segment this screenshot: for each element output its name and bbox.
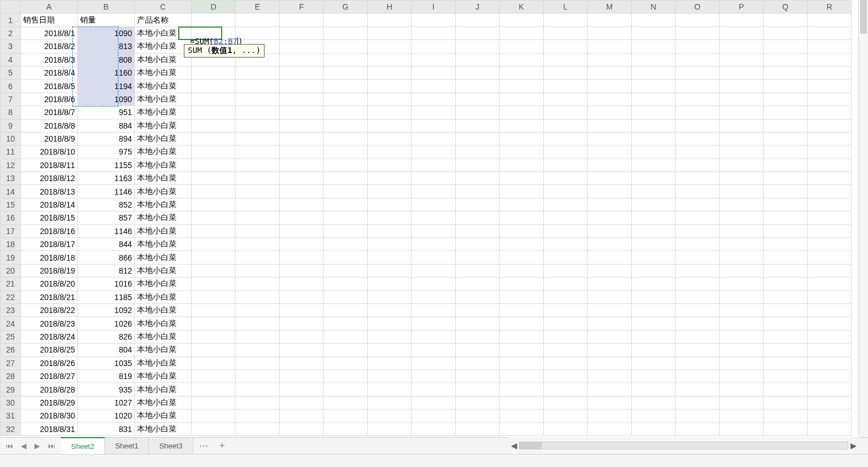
cell-J21[interactable] xyxy=(456,277,500,290)
cell-K4[interactable] xyxy=(500,53,544,66)
cell-Q2[interactable] xyxy=(764,27,808,39)
cell-G5[interactable] xyxy=(324,66,368,79)
cell-R8[interactable] xyxy=(808,106,852,119)
cell-J26[interactable] xyxy=(456,343,500,356)
cell-P7[interactable] xyxy=(720,92,764,105)
cell-A32[interactable]: 2018/8/31 xyxy=(21,422,78,435)
cell-A28[interactable]: 2018/8/27 xyxy=(21,369,78,382)
cell-R30[interactable] xyxy=(808,396,852,409)
cell-M25[interactable] xyxy=(588,330,632,343)
cell-N9[interactable] xyxy=(632,119,676,132)
cell-B15[interactable]: 852 xyxy=(78,198,135,211)
cell-D10[interactable] xyxy=(192,132,236,145)
cell-C22[interactable]: 本地小白菜 xyxy=(135,290,192,303)
column-header-N[interactable]: N xyxy=(632,1,676,14)
cell-J23[interactable] xyxy=(456,303,500,316)
cell-H19[interactable] xyxy=(368,251,412,264)
cell-N5[interactable] xyxy=(632,66,676,79)
cell-P16[interactable] xyxy=(720,212,764,224)
horizontal-scrollbar[interactable]: ◀ ▶ xyxy=(509,437,858,454)
tab-menu-icon[interactable]: ⋯ xyxy=(193,438,214,454)
cell-K10[interactable] xyxy=(500,132,544,145)
cell-I32[interactable] xyxy=(412,422,456,435)
cell-R22[interactable] xyxy=(808,290,852,303)
cell-D24[interactable] xyxy=(192,317,236,330)
cell-A22[interactable]: 2018/8/21 xyxy=(21,290,78,303)
cell-D23[interactable] xyxy=(192,303,236,316)
cell-E26[interactable] xyxy=(236,343,280,356)
cell-A4[interactable]: 2018/8/3 xyxy=(21,53,78,66)
column-header-C[interactable]: C xyxy=(135,1,192,14)
cell-L20[interactable] xyxy=(544,264,588,277)
cell-I2[interactable] xyxy=(412,27,456,39)
cell-R26[interactable] xyxy=(808,343,852,356)
cell-K1[interactable] xyxy=(500,14,544,27)
cell-F20[interactable] xyxy=(280,264,324,277)
row-header-22[interactable]: 22 xyxy=(1,290,21,303)
cell-H28[interactable] xyxy=(368,369,412,382)
cell-H16[interactable] xyxy=(368,212,412,224)
cell-M8[interactable] xyxy=(588,106,632,119)
cell-D7[interactable] xyxy=(192,92,236,105)
cell-M31[interactable] xyxy=(588,409,632,422)
cell-B2[interactable]: 1090 xyxy=(78,27,135,39)
cell-O2[interactable] xyxy=(676,27,720,39)
cell-R27[interactable] xyxy=(808,356,852,369)
cell-N18[interactable] xyxy=(632,238,676,251)
cell-L7[interactable] xyxy=(544,92,588,105)
cell-O12[interactable] xyxy=(676,158,720,171)
cell-A21[interactable]: 2018/8/20 xyxy=(21,277,78,290)
cell-I10[interactable] xyxy=(412,132,456,145)
cell-B9[interactable]: 884 xyxy=(78,119,135,132)
cell-A12[interactable]: 2018/8/11 xyxy=(21,158,78,171)
cell-F10[interactable] xyxy=(280,132,324,145)
cell-G24[interactable] xyxy=(324,317,368,330)
row-header-3[interactable]: 3 xyxy=(1,40,21,53)
cell-A29[interactable]: 2018/8/28 xyxy=(21,383,78,396)
cell-I3[interactable] xyxy=(412,40,456,53)
cell-M10[interactable] xyxy=(588,132,632,145)
cell-P14[interactable] xyxy=(720,185,764,198)
cell-J18[interactable] xyxy=(456,238,500,251)
cell-E19[interactable] xyxy=(236,251,280,264)
cell-I7[interactable] xyxy=(412,92,456,105)
row-header-12[interactable]: 12 xyxy=(1,158,21,171)
cell-P18[interactable] xyxy=(720,238,764,251)
cell-F14[interactable] xyxy=(280,185,324,198)
cell-K5[interactable] xyxy=(500,66,544,79)
cell-C23[interactable]: 本地小白菜 xyxy=(135,303,192,316)
cell-K8[interactable] xyxy=(500,106,544,119)
cell-O16[interactable] xyxy=(676,212,720,224)
cell-D22[interactable] xyxy=(192,290,236,303)
cell-Q26[interactable] xyxy=(764,343,808,356)
cell-O5[interactable] xyxy=(676,66,720,79)
cell-L27[interactable] xyxy=(544,356,588,369)
cell-J16[interactable] xyxy=(456,212,500,224)
cell-G4[interactable] xyxy=(324,53,368,66)
cell-E8[interactable] xyxy=(236,106,280,119)
cell-N27[interactable] xyxy=(632,356,676,369)
cell-I15[interactable] xyxy=(412,198,456,211)
cell-A9[interactable]: 2018/8/8 xyxy=(21,119,78,132)
cell-J7[interactable] xyxy=(456,92,500,105)
sheet-tab-sheet1[interactable]: Sheet1 xyxy=(105,438,149,454)
cell-E11[interactable] xyxy=(236,146,280,158)
tab-nav-prev-icon[interactable]: ◀ xyxy=(21,442,27,450)
cell-O25[interactable] xyxy=(676,330,720,343)
row-header-21[interactable]: 21 xyxy=(1,277,21,290)
cell-P6[interactable] xyxy=(720,80,764,92)
cell-D18[interactable] xyxy=(192,238,236,251)
cell-B10[interactable]: 894 xyxy=(78,132,135,145)
cell-R9[interactable] xyxy=(808,119,852,132)
cell-D27[interactable] xyxy=(192,356,236,369)
cell-H27[interactable] xyxy=(368,356,412,369)
cell-N31[interactable] xyxy=(632,409,676,422)
cell-E12[interactable] xyxy=(236,158,280,171)
cell-N28[interactable] xyxy=(632,369,676,382)
cell-D13[interactable] xyxy=(192,172,236,185)
cell-H21[interactable] xyxy=(368,277,412,290)
cell-N15[interactable] xyxy=(632,198,676,211)
cell-A3[interactable]: 2018/8/2 xyxy=(21,40,78,53)
cell-H18[interactable] xyxy=(368,238,412,251)
cell-Q32[interactable] xyxy=(764,422,808,435)
